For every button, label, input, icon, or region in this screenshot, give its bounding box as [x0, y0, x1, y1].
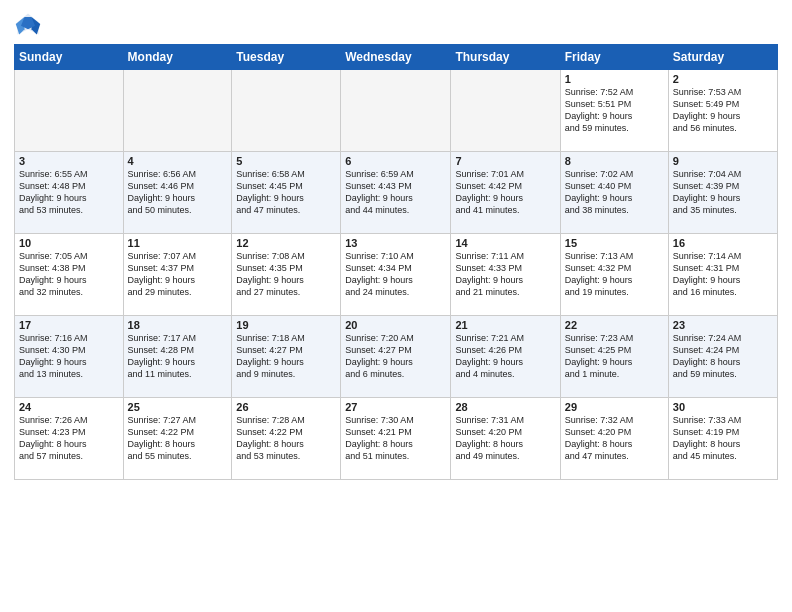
calendar-week-row: 10Sunrise: 7:05 AM Sunset: 4:38 PM Dayli… [15, 234, 778, 316]
day-number: 7 [455, 155, 555, 167]
calendar-cell [451, 70, 560, 152]
calendar-cell: 1Sunrise: 7:52 AM Sunset: 5:51 PM Daylig… [560, 70, 668, 152]
calendar-cell [341, 70, 451, 152]
day-info: Sunrise: 7:04 AM Sunset: 4:39 PM Dayligh… [673, 168, 773, 217]
logo [14, 10, 46, 38]
day-info: Sunrise: 7:14 AM Sunset: 4:31 PM Dayligh… [673, 250, 773, 299]
page: SundayMondayTuesdayWednesdayThursdayFrid… [0, 0, 792, 486]
calendar: SundayMondayTuesdayWednesdayThursdayFrid… [14, 44, 778, 480]
calendar-cell: 13Sunrise: 7:10 AM Sunset: 4:34 PM Dayli… [341, 234, 451, 316]
calendar-cell: 17Sunrise: 7:16 AM Sunset: 4:30 PM Dayli… [15, 316, 124, 398]
calendar-cell: 25Sunrise: 7:27 AM Sunset: 4:22 PM Dayli… [123, 398, 232, 480]
weekday-header-sunday: Sunday [15, 45, 124, 70]
weekday-header-thursday: Thursday [451, 45, 560, 70]
day-number: 5 [236, 155, 336, 167]
calendar-cell: 18Sunrise: 7:17 AM Sunset: 4:28 PM Dayli… [123, 316, 232, 398]
calendar-cell: 4Sunrise: 6:56 AM Sunset: 4:46 PM Daylig… [123, 152, 232, 234]
day-number: 25 [128, 401, 228, 413]
day-number: 9 [673, 155, 773, 167]
calendar-week-row: 1Sunrise: 7:52 AM Sunset: 5:51 PM Daylig… [15, 70, 778, 152]
day-number: 23 [673, 319, 773, 331]
day-number: 19 [236, 319, 336, 331]
day-number: 14 [455, 237, 555, 249]
calendar-week-row: 17Sunrise: 7:16 AM Sunset: 4:30 PM Dayli… [15, 316, 778, 398]
calendar-cell: 2Sunrise: 7:53 AM Sunset: 5:49 PM Daylig… [668, 70, 777, 152]
day-info: Sunrise: 7:30 AM Sunset: 4:21 PM Dayligh… [345, 414, 446, 463]
day-info: Sunrise: 7:52 AM Sunset: 5:51 PM Dayligh… [565, 86, 664, 135]
day-info: Sunrise: 6:55 AM Sunset: 4:48 PM Dayligh… [19, 168, 119, 217]
calendar-cell: 7Sunrise: 7:01 AM Sunset: 4:42 PM Daylig… [451, 152, 560, 234]
day-info: Sunrise: 7:07 AM Sunset: 4:37 PM Dayligh… [128, 250, 228, 299]
calendar-cell [123, 70, 232, 152]
day-number: 11 [128, 237, 228, 249]
calendar-cell: 16Sunrise: 7:14 AM Sunset: 4:31 PM Dayli… [668, 234, 777, 316]
day-info: Sunrise: 7:13 AM Sunset: 4:32 PM Dayligh… [565, 250, 664, 299]
day-info: Sunrise: 7:28 AM Sunset: 4:22 PM Dayligh… [236, 414, 336, 463]
day-number: 8 [565, 155, 664, 167]
day-info: Sunrise: 7:20 AM Sunset: 4:27 PM Dayligh… [345, 332, 446, 381]
day-number: 18 [128, 319, 228, 331]
day-number: 4 [128, 155, 228, 167]
day-info: Sunrise: 7:01 AM Sunset: 4:42 PM Dayligh… [455, 168, 555, 217]
day-number: 26 [236, 401, 336, 413]
day-info: Sunrise: 7:26 AM Sunset: 4:23 PM Dayligh… [19, 414, 119, 463]
calendar-week-row: 24Sunrise: 7:26 AM Sunset: 4:23 PM Dayli… [15, 398, 778, 480]
calendar-cell: 12Sunrise: 7:08 AM Sunset: 4:35 PM Dayli… [232, 234, 341, 316]
calendar-cell: 22Sunrise: 7:23 AM Sunset: 4:25 PM Dayli… [560, 316, 668, 398]
day-number: 24 [19, 401, 119, 413]
day-number: 27 [345, 401, 446, 413]
day-info: Sunrise: 7:23 AM Sunset: 4:25 PM Dayligh… [565, 332, 664, 381]
weekday-header-wednesday: Wednesday [341, 45, 451, 70]
day-info: Sunrise: 7:17 AM Sunset: 4:28 PM Dayligh… [128, 332, 228, 381]
day-number: 2 [673, 73, 773, 85]
day-number: 6 [345, 155, 446, 167]
weekday-header-tuesday: Tuesday [232, 45, 341, 70]
day-info: Sunrise: 6:56 AM Sunset: 4:46 PM Dayligh… [128, 168, 228, 217]
calendar-week-row: 3Sunrise: 6:55 AM Sunset: 4:48 PM Daylig… [15, 152, 778, 234]
day-number: 16 [673, 237, 773, 249]
day-info: Sunrise: 7:27 AM Sunset: 4:22 PM Dayligh… [128, 414, 228, 463]
weekday-header-monday: Monday [123, 45, 232, 70]
day-info: Sunrise: 7:08 AM Sunset: 4:35 PM Dayligh… [236, 250, 336, 299]
logo-icon [14, 10, 42, 38]
calendar-cell: 23Sunrise: 7:24 AM Sunset: 4:24 PM Dayli… [668, 316, 777, 398]
calendar-cell: 20Sunrise: 7:20 AM Sunset: 4:27 PM Dayli… [341, 316, 451, 398]
day-number: 30 [673, 401, 773, 413]
day-info: Sunrise: 7:10 AM Sunset: 4:34 PM Dayligh… [345, 250, 446, 299]
day-number: 22 [565, 319, 664, 331]
calendar-cell: 11Sunrise: 7:07 AM Sunset: 4:37 PM Dayli… [123, 234, 232, 316]
calendar-cell: 9Sunrise: 7:04 AM Sunset: 4:39 PM Daylig… [668, 152, 777, 234]
day-info: Sunrise: 7:18 AM Sunset: 4:27 PM Dayligh… [236, 332, 336, 381]
day-number: 29 [565, 401, 664, 413]
day-number: 1 [565, 73, 664, 85]
day-info: Sunrise: 6:58 AM Sunset: 4:45 PM Dayligh… [236, 168, 336, 217]
day-info: Sunrise: 7:33 AM Sunset: 4:19 PM Dayligh… [673, 414, 773, 463]
calendar-cell: 29Sunrise: 7:32 AM Sunset: 4:20 PM Dayli… [560, 398, 668, 480]
calendar-cell: 19Sunrise: 7:18 AM Sunset: 4:27 PM Dayli… [232, 316, 341, 398]
calendar-cell [232, 70, 341, 152]
day-number: 10 [19, 237, 119, 249]
calendar-cell: 28Sunrise: 7:31 AM Sunset: 4:20 PM Dayli… [451, 398, 560, 480]
day-number: 15 [565, 237, 664, 249]
day-info: Sunrise: 7:53 AM Sunset: 5:49 PM Dayligh… [673, 86, 773, 135]
day-number: 21 [455, 319, 555, 331]
day-info: Sunrise: 6:59 AM Sunset: 4:43 PM Dayligh… [345, 168, 446, 217]
calendar-cell: 30Sunrise: 7:33 AM Sunset: 4:19 PM Dayli… [668, 398, 777, 480]
calendar-cell: 8Sunrise: 7:02 AM Sunset: 4:40 PM Daylig… [560, 152, 668, 234]
day-number: 12 [236, 237, 336, 249]
weekday-header-row: SundayMondayTuesdayWednesdayThursdayFrid… [15, 45, 778, 70]
day-info: Sunrise: 7:16 AM Sunset: 4:30 PM Dayligh… [19, 332, 119, 381]
header [14, 10, 778, 38]
day-number: 17 [19, 319, 119, 331]
weekday-header-saturday: Saturday [668, 45, 777, 70]
day-info: Sunrise: 7:32 AM Sunset: 4:20 PM Dayligh… [565, 414, 664, 463]
day-info: Sunrise: 7:05 AM Sunset: 4:38 PM Dayligh… [19, 250, 119, 299]
day-number: 3 [19, 155, 119, 167]
calendar-cell: 27Sunrise: 7:30 AM Sunset: 4:21 PM Dayli… [341, 398, 451, 480]
calendar-cell [15, 70, 124, 152]
calendar-cell: 10Sunrise: 7:05 AM Sunset: 4:38 PM Dayli… [15, 234, 124, 316]
day-info: Sunrise: 7:31 AM Sunset: 4:20 PM Dayligh… [455, 414, 555, 463]
calendar-cell: 3Sunrise: 6:55 AM Sunset: 4:48 PM Daylig… [15, 152, 124, 234]
calendar-cell: 6Sunrise: 6:59 AM Sunset: 4:43 PM Daylig… [341, 152, 451, 234]
day-info: Sunrise: 7:02 AM Sunset: 4:40 PM Dayligh… [565, 168, 664, 217]
